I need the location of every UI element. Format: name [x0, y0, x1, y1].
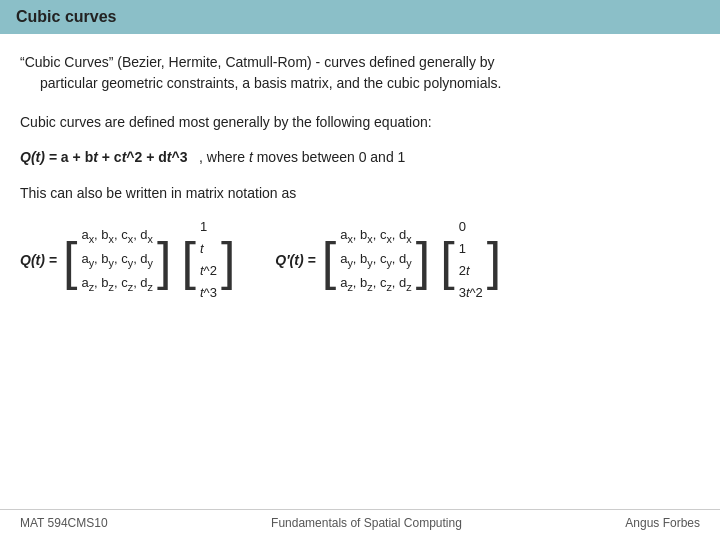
qprime-vector: [ 0 1 2t 3t^2 ]	[440, 214, 501, 306]
qpv-cells: 0 1 2t 3t^2	[455, 214, 487, 306]
page-header: Cubic curves	[0, 0, 720, 34]
q-bracket-right: ]	[157, 235, 171, 287]
header-title: Cubic curves	[16, 8, 116, 25]
qv-bracket-right: ]	[221, 235, 235, 287]
footer: MAT 594CMS10 Fundamentals of Spatial Com…	[0, 509, 720, 530]
matrices-container: Q(t) = [ ax, bx, cx, dx ay, by, cy, dy a…	[20, 214, 700, 306]
q-row3: az, bz, cz, dz	[81, 272, 153, 296]
q-vector: [ 1 t t^2 t^3 ]	[181, 214, 235, 306]
intro-text: Cubic curves are defined most generally …	[20, 114, 432, 130]
qprime-matrix-block: Q′(t) = [ ax, bx, cx, dx ay, by, cy, dy …	[275, 214, 501, 306]
qv-row2: t	[200, 238, 217, 260]
definition-block: “Cubic Curves” (Bezier, Hermite, Catmull…	[20, 52, 700, 94]
q-bracket-left: [	[63, 235, 77, 287]
footer-left: MAT 594CMS10	[20, 516, 108, 530]
footer-center: Fundamentals of Spatial Computing	[271, 516, 462, 530]
qprime-label: Q′(t) =	[275, 241, 315, 280]
qp-matrix-cells: ax, bx, cx, dx ay, by, cy, dy az, bz, cz…	[336, 222, 416, 298]
eq-suffix: , where t moves between 0 and 1	[191, 149, 405, 165]
main-content: “Cubic Curves” (Bezier, Hermite, Catmull…	[0, 34, 720, 316]
equation-line: Q(t) = a + bt + ct^2 + dt^3 , where t mo…	[20, 149, 700, 165]
qpv-row2: 1	[459, 238, 483, 260]
definition-text1: “Cubic Curves” (Bezier, Hermite, Catmull…	[20, 54, 495, 70]
matrix-intro-text: This can also be written in matrix notat…	[20, 185, 296, 201]
qp-row1: ax, bx, cx, dx	[340, 224, 412, 248]
qv-bracket-left: [	[181, 235, 195, 287]
qp-bracket-left: [	[322, 235, 336, 287]
q-row1: ax, bx, cx, dx	[81, 224, 153, 248]
qpv-row4: 3t^2	[459, 282, 483, 304]
qpv-bracket-left: [	[440, 235, 454, 287]
q-matrix-cells: ax, bx, cx, dx ay, by, cy, dy az, bz, cz…	[77, 222, 157, 298]
intro-section: Cubic curves are defined most generally …	[20, 112, 700, 133]
definition-text2: particular geometric constraints, a basi…	[40, 73, 501, 94]
eq-rhs: a + bt + ct^2 + dt^3	[61, 149, 188, 165]
qprime-matrix: [ ax, bx, cx, dx ay, by, cy, dy az, bz, …	[322, 222, 431, 298]
footer-right: Angus Forbes	[625, 516, 700, 530]
qv-row3: t^2	[200, 260, 217, 282]
q-label: Q(t) =	[20, 241, 57, 280]
qv-row4: t^3	[200, 282, 217, 304]
qp-row2: ay, by, cy, dy	[340, 248, 412, 272]
eq-lhs: Q(t) =	[20, 149, 61, 165]
qp-bracket-right: ]	[416, 235, 430, 287]
qp-row3: az, bz, cz, dz	[340, 272, 412, 296]
qpv-row1: 0	[459, 216, 483, 238]
qv-cells: 1 t t^2 t^3	[196, 214, 221, 306]
q-row2: ay, by, cy, dy	[81, 248, 153, 272]
matrix-intro: This can also be written in matrix notat…	[20, 183, 700, 204]
qv-row1: 1	[200, 216, 217, 238]
q-matrix-block: Q(t) = [ ax, bx, cx, dx ay, by, cy, dy a…	[20, 214, 235, 306]
qpv-bracket-right: ]	[487, 235, 501, 287]
qpv-row3: 2t	[459, 260, 483, 282]
q-matrix: [ ax, bx, cx, dx ay, by, cy, dy az, bz, …	[63, 222, 172, 298]
